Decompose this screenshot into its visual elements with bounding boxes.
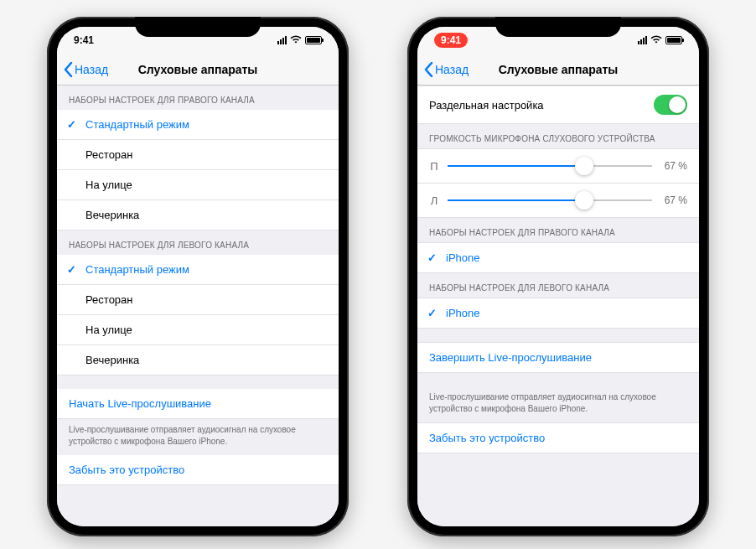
slider-track[interactable] bbox=[448, 156, 652, 176]
split-adjustment-label: Раздельная настройка bbox=[429, 99, 544, 111]
preset-item[interactable]: На улице bbox=[57, 315, 339, 345]
status-time: 9:41 bbox=[74, 34, 94, 46]
status-icons bbox=[277, 34, 322, 46]
split-adjustment-toggle[interactable]: Раздельная настройка bbox=[417, 85, 699, 124]
chevron-left-icon bbox=[64, 62, 73, 77]
battery-icon bbox=[305, 36, 322, 44]
nav-bar: Назад Слуховые аппараты bbox=[417, 54, 699, 85]
preset-item[interactable]: Стандартный режим bbox=[57, 110, 339, 140]
start-live-listen-button[interactable]: Начать Live-прослушивание bbox=[57, 389, 339, 419]
back-label: Назад bbox=[435, 63, 469, 76]
preset-item[interactable]: Ресторан bbox=[57, 140, 339, 170]
mic-volume-header: ГРОМКОСТЬ МИКРОФОНА СЛУХОВОГО УСТРОЙСТВА bbox=[417, 124, 699, 148]
screen: 9:41 Назад Слуховые аппараты Раздельная … bbox=[417, 27, 699, 526]
preset-item[interactable]: Стандартный режим bbox=[57, 255, 339, 285]
nav-bar: Назад Слуховые аппараты bbox=[57, 54, 339, 85]
battery-icon bbox=[665, 36, 682, 44]
slider-track[interactable] bbox=[448, 190, 652, 210]
chevron-left-icon bbox=[424, 62, 433, 77]
notch bbox=[135, 17, 261, 37]
forget-device-button[interactable]: Забыть это устройство bbox=[57, 455, 339, 485]
preset-item[interactable]: Вечеринка bbox=[57, 200, 339, 230]
left-presets-header: НАБОРЫ НАСТРОЕК ДЛЯ ЛЕВОГО КАНАЛА bbox=[417, 273, 699, 298]
volume-slider-left: Л 67 % bbox=[417, 184, 699, 218]
wifi-icon bbox=[650, 34, 662, 46]
preset-item[interactable]: Вечеринка bbox=[57, 345, 339, 375]
page-title: Слуховые аппараты bbox=[499, 63, 619, 76]
right-presets-header: НАБОРЫ НАСТРОЕК ДЛЯ ПРАВОГО КАНАЛА bbox=[57, 85, 339, 110]
preset-item[interactable]: Ресторан bbox=[57, 285, 339, 315]
phone-left: 9:41 Назад Слуховые аппараты НАБОРЫ НАСТ… bbox=[47, 17, 349, 536]
back-button[interactable]: Назад bbox=[424, 62, 469, 77]
content-area[interactable]: НАБОРЫ НАСТРОЕК ДЛЯ ПРАВОГО КАНАЛА Станд… bbox=[57, 85, 339, 526]
notch bbox=[495, 17, 621, 37]
screen: 9:41 Назад Слуховые аппараты НАБОРЫ НАСТ… bbox=[57, 27, 339, 526]
live-listen-note: Live-прослушивание отправляет аудиосигна… bbox=[57, 419, 339, 455]
preset-item[interactable]: На улице bbox=[57, 170, 339, 200]
forget-device-button[interactable]: Забыть это устройство bbox=[417, 422, 699, 453]
wifi-icon bbox=[290, 34, 302, 46]
slider-side-label: П bbox=[429, 160, 439, 173]
stop-live-listen-button[interactable]: Завершить Live-прослушивание bbox=[417, 342, 699, 373]
status-icons bbox=[638, 34, 682, 46]
phone-right: 9:41 Назад Слуховые аппараты Раздельная … bbox=[407, 17, 709, 536]
preset-item[interactable]: iPhone bbox=[417, 298, 699, 329]
back-label: Назад bbox=[75, 63, 108, 76]
slider-side-label: Л bbox=[429, 194, 439, 207]
volume-slider-right: П 67 % bbox=[417, 148, 699, 184]
status-time-recording[interactable]: 9:41 bbox=[434, 33, 468, 48]
signal-icon bbox=[638, 36, 647, 44]
signal-icon bbox=[277, 36, 287, 44]
back-button[interactable]: Назад bbox=[64, 62, 108, 77]
right-presets-header: НАБОРЫ НАСТРОЕК ДЛЯ ПРАВОГО КАНАЛА bbox=[417, 218, 699, 242]
slider-value: 67 % bbox=[660, 160, 687, 172]
content-area[interactable]: Раздельная настройка ГРОМКОСТЬ МИКРОФОНА… bbox=[417, 85, 699, 526]
preset-item[interactable]: iPhone bbox=[417, 242, 699, 273]
left-presets-header: НАБОРЫ НАСТРОЕК ДЛЯ ЛЕВОГО КАНАЛА bbox=[57, 230, 339, 255]
page-title: Слуховые аппараты bbox=[138, 63, 258, 76]
slider-value: 67 % bbox=[660, 194, 687, 206]
toggle-switch-on[interactable] bbox=[654, 95, 687, 115]
live-listen-note: Live-прослушивание отправляет аудиосигна… bbox=[417, 386, 699, 422]
